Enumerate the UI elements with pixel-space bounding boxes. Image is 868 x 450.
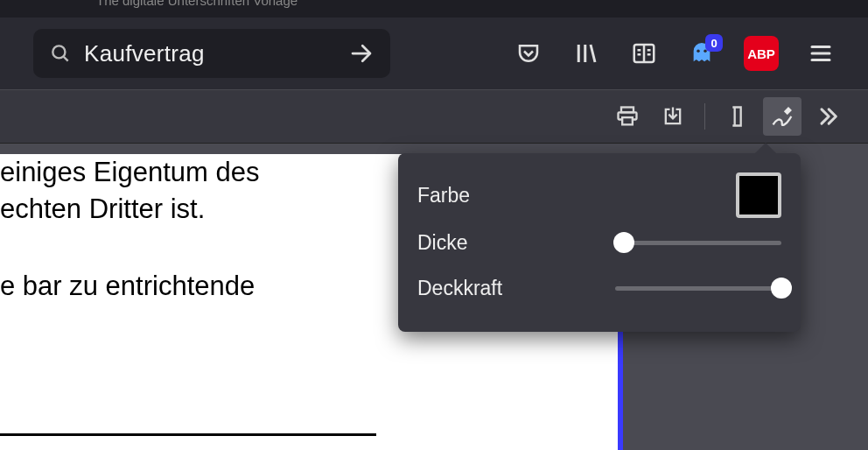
thickness-label: Dicke [417,231,468,255]
toolbar-separator [704,103,705,130]
svg-point-12 [696,50,699,53]
draw-tool-button[interactable] [763,97,802,136]
download-icon [661,104,685,129]
draw-tool-icon [770,104,794,129]
more-tools-button[interactable] [808,97,847,136]
url-text: Kaufvertrag [84,40,336,67]
draw-options-popover: Farbe Dicke Deckkraft [398,153,801,332]
text-tool-button[interactable] [718,97,756,136]
pdf-toolbar [0,89,868,144]
reader-view-button[interactable] [628,38,660,69]
print-button[interactable] [608,97,647,136]
text-tool-icon [724,104,749,129]
slider-thumb[interactable] [771,278,792,299]
url-bar[interactable]: Kaufvertrag [33,29,390,78]
doc-line-1: einiges Eigentum des [0,157,259,187]
doc-line-2: echten Dritter ist. [0,193,205,224]
opacity-label: Deckkraft [417,277,502,300]
doc-line-3: e bar zu entrichtende [0,271,255,301]
color-label: Farbe [417,184,470,207]
svg-rect-18 [622,117,633,124]
adblock-plus-button[interactable]: ABP [744,36,779,71]
nav-icons: 0 ABP [513,36,836,71]
pocket-button[interactable] [513,38,544,69]
download-button[interactable] [654,97,692,136]
slider-track [615,241,781,245]
slider-track [615,286,781,291]
svg-line-1 [64,57,68,61]
thickness-slider[interactable] [615,232,781,253]
ghostery-badge: 0 [705,34,723,52]
reader-view-icon [631,40,657,67]
abp-label: ABP [747,46,775,61]
library-icon [573,40,599,67]
tab-title[interactable]: The digitale Unterschriften Vorlage [96,0,298,8]
pocket-icon [515,40,542,67]
chevron-double-right-icon [816,104,840,129]
search-icon [49,42,72,65]
tab-strip: The digitale Unterschriften Vorlage [0,0,868,18]
svg-line-5 [591,45,595,62]
opacity-slider[interactable] [615,278,781,299]
svg-point-0 [52,46,65,58]
print-icon [615,104,640,129]
browser-navbar: Kaufvertrag 0 ABP [0,18,868,89]
library-button[interactable] [570,38,602,69]
signature-line [0,433,376,436]
go-arrow-icon[interactable] [348,40,374,67]
slider-thumb[interactable] [613,232,634,253]
ghostery-button[interactable]: 0 [686,38,718,69]
hamburger-menu-icon [808,40,834,67]
app-menu-button[interactable] [805,38,836,69]
color-swatch[interactable] [736,172,781,218]
